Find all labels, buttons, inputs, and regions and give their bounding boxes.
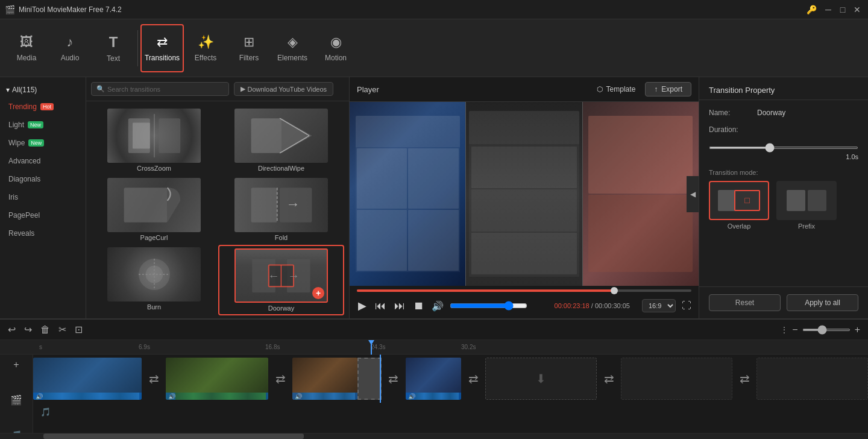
clip3-top xyxy=(588,116,693,194)
category-wipe[interactable]: Wipe New xyxy=(0,134,86,152)
transition-6[interactable]: ⇄ xyxy=(732,358,756,400)
redo-button[interactable]: ↪ xyxy=(22,322,34,337)
category-advanced[interactable]: Advanced xyxy=(0,152,86,170)
transition-directionalwipe[interactable]: DirectionalWipe xyxy=(218,106,344,174)
stop-button[interactable]: ⏹ xyxy=(412,298,426,314)
video-clip-3[interactable]: 🔊 xyxy=(292,358,357,400)
transitions-icon: ⇄ xyxy=(157,34,168,50)
video-clip-4[interactable]: 🔊 xyxy=(406,358,461,400)
toggle-panel-button[interactable]: ◀ xyxy=(687,176,699,212)
doorway-thumbnail: ← → + xyxy=(234,248,328,303)
template-icon: ⬡ xyxy=(597,85,603,93)
aspect-ratio-select[interactable]: 16:9 9:16 1:1 4:3 21:9 xyxy=(642,299,676,312)
transitions-grid: CrossZoom DirectionalWipe xyxy=(86,101,349,318)
transition-doorway[interactable]: ← → + Doorway xyxy=(218,245,344,315)
video-track: 🔊 ⇄ 🔊 ⇄ xyxy=(33,355,868,403)
nav-item-motion[interactable]: ◉ Motion xyxy=(314,24,357,72)
playhead-arrow xyxy=(368,340,374,345)
empty-clip-slot-2[interactable] xyxy=(621,358,732,400)
fold-thumbnail: → xyxy=(234,178,328,232)
music-track: 🎵 xyxy=(33,403,868,421)
transition-1[interactable]: ⇄ xyxy=(142,358,166,400)
nav-item-media[interactable]: 🖼 Media xyxy=(5,24,48,72)
category-iris[interactable]: Iris xyxy=(0,188,86,206)
category-trending[interactable]: Trending Hot xyxy=(0,98,86,116)
mode-prefix[interactable]: Prefix xyxy=(776,181,837,230)
category-light[interactable]: Light New xyxy=(0,116,86,134)
wipe-badge: New xyxy=(28,139,44,147)
transition-pagecurl[interactable]: PageCurl xyxy=(91,175,217,244)
category-pagepeel[interactable]: PagePeel xyxy=(0,206,86,224)
template-label: Template xyxy=(606,85,636,93)
minimize-button[interactable]: ─ xyxy=(822,4,834,16)
apply-to-all-button[interactable]: Apply to all xyxy=(787,294,858,311)
video-clip-1[interactable]: 🔊 xyxy=(33,358,142,400)
timeline-scrollbar[interactable] xyxy=(0,433,868,439)
delete-button[interactable]: 🗑 xyxy=(39,323,52,337)
clip3-volume-icon: 🔊 xyxy=(295,393,302,400)
reset-button[interactable]: Reset xyxy=(709,294,781,311)
empty-clip-slot-1[interactable]: ⬇ xyxy=(485,358,597,400)
clip1-thumbnail xyxy=(33,358,142,393)
property-content: Name: Doorway Duration: 1.0s Transition … xyxy=(699,100,868,286)
undo-button[interactable]: ↩ xyxy=(6,322,17,337)
skip-back-button[interactable]: ⏮ xyxy=(374,298,387,314)
maximize-button[interactable]: □ xyxy=(837,4,849,16)
svg-rect-8 xyxy=(124,188,167,223)
media-icon: 🖼 xyxy=(20,34,33,50)
cut-button[interactable]: ✂ xyxy=(57,322,68,337)
nav-item-elements[interactable]: ◈ Elements xyxy=(271,24,314,72)
transition-2[interactable]: ⇄ xyxy=(268,358,292,400)
video-clip-2[interactable]: 🔊 xyxy=(166,358,268,400)
zoom-slider[interactable] xyxy=(802,329,851,331)
search-box[interactable]: 🔍 Search transitions xyxy=(91,82,229,96)
horizontal-scroll-thumb[interactable] xyxy=(43,434,304,439)
elements-icon: ◈ xyxy=(288,34,298,50)
title-bar: 🎬 MiniTool MovieMaker Free 7.4.2 🔑 ─ □ ✕ xyxy=(0,0,868,19)
fullscreen-button[interactable]: ⛶ xyxy=(682,300,691,311)
progress-bar-area xyxy=(350,286,699,295)
template-button[interactable]: ⬡ Template xyxy=(597,85,636,93)
nav-item-effects[interactable]: ✨ Effects xyxy=(184,24,227,72)
bottom-area: ↩ ↪ 🗑 ✂ ⊡ ⋮ − + s 6.9s 16.8s 24.3s 30.2s… xyxy=(0,318,868,439)
progress-fill xyxy=(357,289,614,292)
transition-5[interactable]: ⇄ xyxy=(597,358,621,400)
timeline-toolbar: ↩ ↪ 🗑 ✂ ⊡ ⋮ − + xyxy=(0,320,868,340)
note-icon: 🎵 xyxy=(40,407,51,417)
mode-overlap[interactable]: □ Overlap xyxy=(709,181,769,230)
category-reveals[interactable]: Reveals xyxy=(0,224,86,242)
zoom-in-button[interactable]: + xyxy=(853,323,862,337)
skip-forward-button[interactable]: ⏭ xyxy=(393,298,406,314)
transition-burn[interactable]: Burn xyxy=(91,245,217,315)
nav-item-filters[interactable]: ⊞ Filters xyxy=(227,24,271,72)
nav-item-text[interactable]: T Text xyxy=(92,24,135,72)
category-all[interactable]: ▾ All(115) xyxy=(0,82,86,98)
filters-icon: ⊞ xyxy=(244,34,254,50)
transition-crosszoom[interactable]: CrossZoom xyxy=(91,106,217,174)
nav-item-transitions[interactable]: ⇄ Transitions xyxy=(140,24,184,72)
transition-fold[interactable]: → Fold xyxy=(218,175,344,244)
close-button[interactable]: ✕ xyxy=(851,4,863,16)
export-button[interactable]: ↑ Export xyxy=(645,82,691,96)
crosszoom-thumbnail xyxy=(107,109,201,163)
progress-thumb[interactable] xyxy=(611,287,618,294)
premium-icon[interactable]: 🔑 xyxy=(805,4,817,16)
volume-slider[interactable] xyxy=(450,301,527,311)
category-diagonals[interactable]: Diagonals xyxy=(0,170,86,188)
nav-label-transitions: Transitions xyxy=(145,54,180,62)
empty-clip-slot-3[interactable] xyxy=(756,358,868,400)
transition-4[interactable]: ⇄ xyxy=(461,358,485,400)
add-track-button[interactable]: + xyxy=(13,359,19,370)
zoom-out-button[interactable]: − xyxy=(790,323,799,337)
crop-button[interactable]: ⊡ xyxy=(73,322,84,337)
download-youtube-button[interactable]: ▶ Download YouTube Videos xyxy=(234,82,334,96)
player-content xyxy=(350,102,699,286)
doorway-add-button[interactable]: + xyxy=(312,287,324,299)
right-panel: Transition Property Name: Doorway Durati… xyxy=(699,77,868,318)
play-button[interactable]: ▶ xyxy=(357,298,368,314)
nav-item-audio[interactable]: ♪ Audio xyxy=(48,24,92,72)
progress-bar[interactable] xyxy=(357,289,691,292)
download-label: Download YouTube Videos xyxy=(248,86,327,93)
duration-slider[interactable] xyxy=(709,147,858,149)
transition-3[interactable]: ⇄ xyxy=(382,358,406,400)
